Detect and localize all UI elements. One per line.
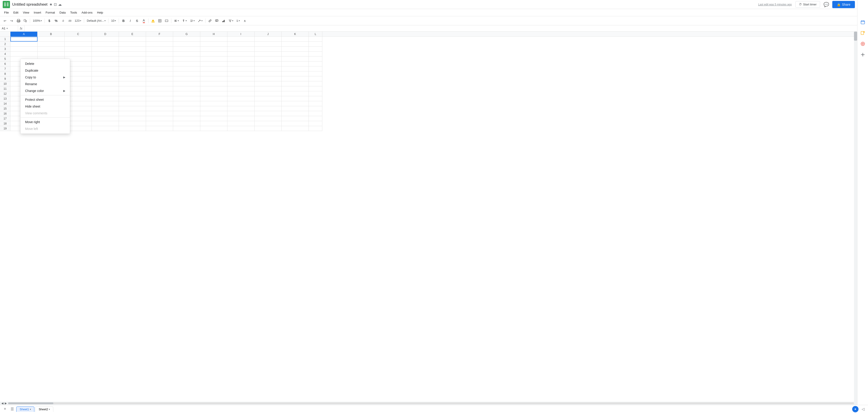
bold-button[interactable]: B: [120, 18, 127, 24]
cell-j18[interactable]: [254, 121, 282, 126]
borders-button[interactable]: [157, 18, 163, 24]
col-header-e[interactable]: E: [119, 32, 146, 36]
col-header-a[interactable]: A: [10, 32, 37, 36]
cell-e15[interactable]: [119, 106, 146, 111]
cell-f18[interactable]: [146, 121, 173, 126]
cell-h8[interactable]: [200, 71, 227, 76]
merge-button[interactable]: [163, 18, 170, 24]
cell-l9[interactable]: [309, 76, 322, 81]
ctx-change-color[interactable]: Change color ▶: [21, 88, 70, 94]
v-scrollbar-thumb[interactable]: [854, 32, 857, 41]
cell-h18[interactable]: [200, 121, 227, 126]
h-scrollbar-track[interactable]: [8, 402, 854, 404]
cell-e2[interactable]: [119, 41, 146, 46]
last-edit-text[interactable]: Last edit was 5 minutes ago: [758, 3, 792, 6]
cell-h14[interactable]: [200, 101, 227, 106]
undo-button[interactable]: ↩: [2, 18, 8, 24]
add-sheet-button[interactable]: +: [2, 406, 8, 412]
cell-h17[interactable]: [200, 116, 227, 121]
cell-k8[interactable]: [282, 71, 309, 76]
cell-d10[interactable]: [92, 81, 119, 86]
cell-i13[interactable]: [227, 96, 254, 101]
cell-d13[interactable]: [92, 96, 119, 101]
cell-k15[interactable]: [282, 106, 309, 111]
v-align-dropdown[interactable]: ▾: [181, 18, 188, 24]
col-header-b[interactable]: B: [37, 32, 65, 36]
cell-e7[interactable]: [119, 66, 146, 71]
cell-b2[interactable]: [37, 41, 65, 46]
cell-e16[interactable]: [119, 111, 146, 116]
cell-g1[interactable]: [173, 37, 200, 41]
cell-i10[interactable]: [227, 81, 254, 86]
cell-k9[interactable]: [282, 76, 309, 81]
col-header-l[interactable]: L: [309, 32, 322, 36]
cell-h9[interactable]: [200, 76, 227, 81]
cell-h13[interactable]: [200, 96, 227, 101]
cell-k6[interactable]: [282, 61, 309, 66]
cell-f7[interactable]: [146, 66, 173, 71]
cell-e13[interactable]: [119, 96, 146, 101]
cell-k5[interactable]: [282, 57, 309, 61]
cell-a2[interactable]: [10, 41, 37, 46]
cell-e1[interactable]: [119, 37, 146, 41]
cell-e19[interactable]: [119, 126, 146, 131]
sheet-tab-sheet2[interactable]: Sheet2 ▾: [35, 407, 53, 412]
h-scroll-right-button[interactable]: ▶: [4, 402, 7, 405]
insert-comment-button[interactable]: [214, 18, 220, 24]
col-header-f[interactable]: F: [146, 32, 173, 36]
cell-i17[interactable]: [227, 116, 254, 121]
col-header-h[interactable]: H: [200, 32, 227, 36]
sheet1-dropdown-icon[interactable]: ▾: [30, 408, 31, 411]
cell-g9[interactable]: [173, 76, 200, 81]
cell-e8[interactable]: [119, 71, 146, 76]
cloud-icon[interactable]: ☁: [58, 2, 62, 6]
cell-e10[interactable]: [119, 81, 146, 86]
menu-tools[interactable]: Tools: [68, 10, 79, 15]
cell-l6[interactable]: [309, 61, 322, 66]
cell-h12[interactable]: [200, 91, 227, 96]
menu-edit[interactable]: Edit: [11, 10, 21, 15]
zoom-dropdown[interactable]: 100% ▾: [31, 18, 43, 24]
formula-input[interactable]: [24, 27, 868, 30]
cell-i19[interactable]: [227, 126, 254, 131]
cell-l17[interactable]: [309, 116, 322, 121]
cell-e4[interactable]: [119, 52, 146, 57]
menu-help[interactable]: Help: [95, 10, 105, 15]
italic-button[interactable]: I: [127, 18, 133, 24]
cell-j4[interactable]: [254, 52, 282, 57]
cell-k1[interactable]: [282, 37, 309, 41]
cell-g11[interactable]: [173, 86, 200, 91]
col-header-i[interactable]: I: [227, 32, 254, 36]
link-button[interactable]: [207, 18, 213, 24]
cell-b4[interactable]: [37, 52, 65, 57]
cell-i7[interactable]: [227, 66, 254, 71]
cell-b3[interactable]: [37, 46, 65, 52]
cell-i3[interactable]: [227, 46, 254, 52]
cell-j17[interactable]: [254, 116, 282, 121]
cell-h4[interactable]: [200, 52, 227, 57]
col-header-j[interactable]: J: [254, 32, 282, 36]
cell-a1[interactable]: [10, 37, 37, 41]
cell-j13[interactable]: [254, 96, 282, 101]
cell-l14[interactable]: [309, 101, 322, 106]
cell-k11[interactable]: [282, 86, 309, 91]
cell-f6[interactable]: [146, 61, 173, 66]
cell-j3[interactable]: [254, 46, 282, 52]
cell-k19[interactable]: [282, 126, 309, 131]
drive-icon[interactable]: ⊡: [54, 2, 57, 6]
cell-f13[interactable]: [146, 96, 173, 101]
cell-f1[interactable]: [146, 37, 173, 41]
menu-view[interactable]: View: [21, 10, 31, 15]
cell-h3[interactable]: [200, 46, 227, 52]
cell-e5[interactable]: [119, 57, 146, 61]
cell-g8[interactable]: [173, 71, 200, 76]
cell-g7[interactable]: [173, 66, 200, 71]
cell-h19[interactable]: [200, 126, 227, 131]
cell-k14[interactable]: [282, 101, 309, 106]
cell-f9[interactable]: [146, 76, 173, 81]
cell-h1[interactable]: [200, 37, 227, 41]
ctx-view-comments[interactable]: View comments: [21, 110, 70, 117]
cell-f12[interactable]: [146, 91, 173, 96]
ctx-rename[interactable]: Rename: [21, 81, 70, 88]
cell-l3[interactable]: [309, 46, 322, 52]
